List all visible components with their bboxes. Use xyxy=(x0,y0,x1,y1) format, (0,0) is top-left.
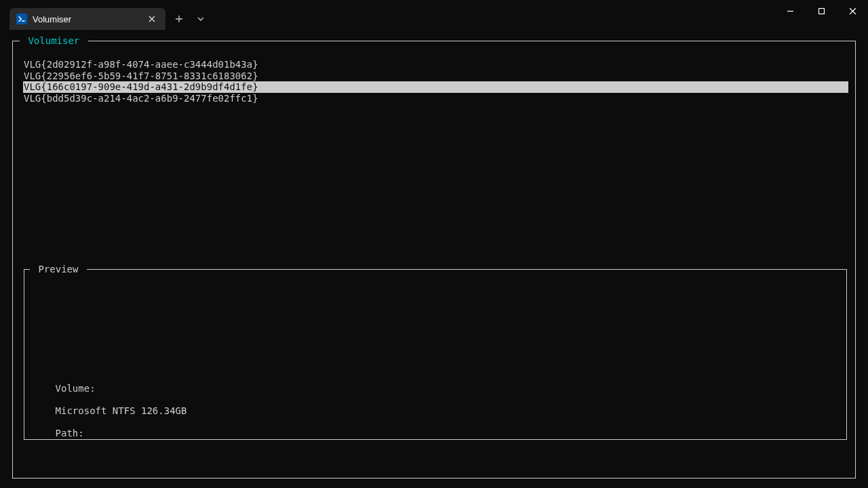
svg-rect-0 xyxy=(818,8,824,14)
maximize-button[interactable] xyxy=(806,0,837,22)
titlebar: Volumiser xyxy=(0,0,868,33)
powershell-icon xyxy=(16,14,27,24)
main-panel: Volumiser VLG{2d02912f-a98f-4074-aaee-c3… xyxy=(12,41,856,479)
minimize-button[interactable] xyxy=(774,0,806,22)
volume-list-item[interactable]: VLG{2d02912f-a98f-4074-aaee-c3444d01b43a… xyxy=(24,59,848,70)
volume-list-item[interactable]: VLG{bdd5d39c-a214-4ac2-a6b9-2477fe02ffc1… xyxy=(24,93,848,104)
status-line: Volume: Microsoft NTFS 126.34GB Path: xyxy=(21,372,847,473)
tab-dropdown-button[interactable] xyxy=(190,8,212,30)
status-volume-value: Microsoft NTFS 126.34GB xyxy=(56,405,187,416)
tab-title: Volumiser xyxy=(33,14,140,24)
tab-strip: Volumiser xyxy=(0,0,212,30)
window-controls xyxy=(774,0,868,27)
terminal-surface: Volumiser VLG{2d02912f-a98f-4074-aaee-c3… xyxy=(0,33,868,488)
tab-volumiser[interactable]: Volumiser xyxy=(9,8,165,30)
tab-close-button[interactable] xyxy=(145,12,159,26)
status-volume-label: Volume: xyxy=(56,383,96,394)
volume-list-item[interactable]: VLG{22956ef6-5b59-41f7-8751-8331c6183062… xyxy=(24,70,848,82)
volume-list-item[interactable]: VLG{166c0197-909e-419d-a431-2d9b9df4d1fe… xyxy=(23,81,848,93)
new-tab-button[interactable] xyxy=(168,8,190,30)
preview-panel-title: Preview xyxy=(30,264,87,275)
status-path-label: Path: xyxy=(56,428,84,439)
close-window-button[interactable] xyxy=(837,0,868,22)
main-panel-title: Volumiser xyxy=(20,35,88,47)
